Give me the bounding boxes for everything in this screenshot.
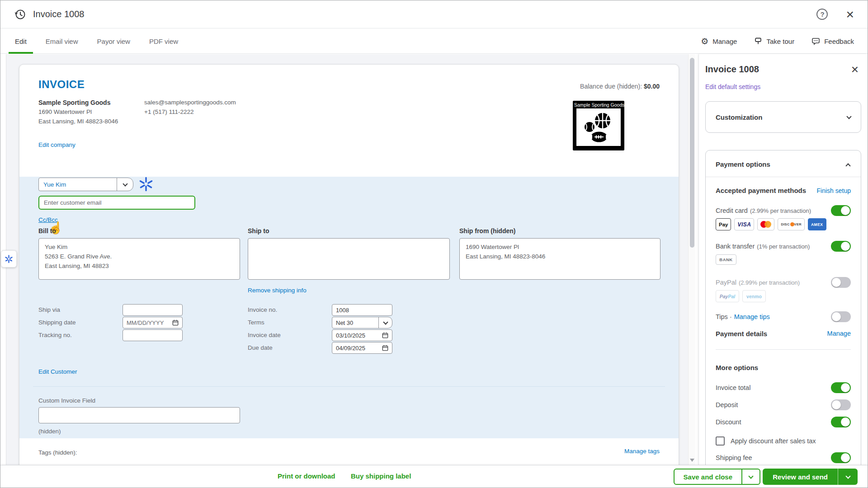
deposit-row: Deposit [716, 399, 851, 411]
edit-customer-link[interactable]: Edit Customer [38, 368, 77, 375]
customer-select-chevron[interactable] [117, 178, 133, 191]
print-or-download-button[interactable]: Print or download [278, 472, 335, 480]
calendar-icon[interactable] [172, 319, 179, 326]
tab-edit[interactable]: Edit [9, 29, 33, 53]
discover-icon: DISCVER [778, 218, 804, 230]
logo-caption: Sample Sporting Goods [574, 102, 623, 108]
tracking-no-label: Tracking no. [38, 332, 72, 338]
discount-row: Discount [716, 416, 851, 428]
gear-icon: ⚙ [701, 37, 708, 46]
customer-email-input[interactable] [38, 196, 195, 210]
discount-after-tax-row: Apply discount after sales tax [716, 435, 851, 447]
bank-transfer-toggle[interactable] [831, 241, 851, 252]
balance-amount: $0.00 [644, 83, 660, 90]
save-options-chevron[interactable] [741, 469, 760, 484]
tab-pdf-view[interactable]: PDF view [143, 29, 184, 53]
invoice-editor-window: Invoice 1008 ? × Edit Email view Payor v… [0, 0, 868, 488]
bill-to-textarea[interactable]: Yue Kim 5263 E. Grand Rive Ave. East Lan… [38, 238, 240, 280]
tab-email-view[interactable]: Email view [39, 29, 85, 53]
save-and-close-button[interactable]: Save and close [674, 469, 760, 485]
company-email: sales@samplesportinggoods.com [144, 99, 236, 106]
tour-signpost-icon [754, 37, 762, 45]
company-logo: Sample Sporting Goods [573, 101, 624, 150]
credit-card-toggle[interactable] [831, 205, 851, 216]
tracking-no-input[interactable] [123, 329, 183, 341]
paypal-icon: PayPal [716, 290, 739, 302]
invoice-canvas: INVOICE Sample Sporting Goods 1690 Water… [6, 54, 688, 465]
deposit-toggle[interactable] [831, 399, 851, 410]
spark-icon[interactable] [138, 177, 154, 194]
manage-tags-link[interactable]: Manage tags [624, 448, 660, 455]
accepted-methods-label: Accepted payment methods [716, 187, 806, 194]
invoice-total-toggle[interactable] [831, 382, 851, 393]
bank-transfer-row: Bank transfer (1% per transaction) [716, 240, 851, 252]
shipping-fee-row: Shipping fee [716, 452, 851, 464]
ship-via-label: Ship via [38, 306, 60, 313]
take-tour-button[interactable]: Take tour [754, 37, 794, 45]
due-date-label: Due date [248, 344, 273, 351]
finish-setup-link[interactable]: Finish setup [817, 187, 851, 194]
paypal-toggle[interactable] [831, 277, 851, 288]
invoice-date-label: Invoice date [248, 332, 281, 338]
terms-select[interactable]: Net 30 [332, 317, 392, 328]
credit-card-row: Credit card (2.99% per transaction) [716, 205, 851, 216]
company-phone: +1 (517) 111-2222 [144, 108, 193, 115]
buy-shipping-label-button[interactable]: Buy shipping label [351, 472, 411, 480]
section-divider [33, 386, 665, 387]
ship-from-textarea[interactable]: 1690 Watertower Pl East Lansing, MI 4882… [459, 238, 660, 280]
scrollbar-down-arrow[interactable] [690, 459, 694, 462]
footer-bar: Print or download Buy shipping label Sav… [0, 465, 868, 488]
custom-invoice-field-input[interactable] [38, 407, 240, 423]
close-icon[interactable]: × [846, 9, 854, 20]
customer-select[interactable]: Yue Kim [38, 178, 133, 191]
sports-balls-icon [576, 108, 621, 146]
help-icon[interactable]: ? [816, 9, 828, 20]
customization-accordion[interactable]: Customization [705, 101, 861, 133]
terms-value: Net 30 [332, 319, 378, 326]
scrollbar-thumb[interactable] [690, 58, 694, 248]
assistant-spark-button[interactable] [1, 250, 17, 267]
feedback-button[interactable]: Feedback [811, 37, 854, 46]
custom-field-hidden-note: (hidden) [38, 428, 61, 435]
settings-sidebar: Invoice 1008 × Edit default settings Cus… [698, 54, 868, 465]
edit-company-link[interactable]: Edit company [38, 141, 75, 148]
main-scrollbar[interactable] [688, 54, 695, 465]
ship-via-input[interactable] [123, 304, 183, 316]
payment-details-row: Payment details Manage [716, 328, 851, 339]
custom-invoice-field-label: Custom Invoice Field [38, 397, 95, 404]
due-date-input[interactable]: 04/09/2025 [332, 342, 392, 354]
invoice-total-row: Invoice total [716, 382, 851, 394]
ship-to-textarea[interactable] [248, 238, 450, 280]
chevron-up-icon[interactable] [845, 163, 850, 168]
history-icon[interactable] [14, 8, 26, 20]
discount-toggle[interactable] [831, 417, 851, 427]
payment-options-header[interactable]: Payment options [716, 160, 770, 168]
page-title: Invoice 1008 [33, 9, 84, 19]
calendar-icon[interactable] [382, 345, 388, 351]
shipping-fee-toggle[interactable] [831, 452, 851, 463]
terms-chevron[interactable] [378, 317, 392, 328]
ship-to-label: Ship to [248, 227, 269, 235]
tips-toggle[interactable] [831, 311, 851, 322]
calendar-icon[interactable] [382, 332, 388, 338]
payment-details-manage-link[interactable]: Manage [827, 330, 851, 337]
review-and-send-button[interactable]: Review and send [763, 469, 858, 485]
amex-icon: AMEX [808, 218, 826, 230]
invoice-no-input[interactable]: 1008 [332, 304, 392, 316]
invoice-date-input[interactable]: 03/10/2025 [332, 329, 392, 341]
company-address-2: East Lansing, MI 48823-8046 [38, 118, 118, 125]
remove-shipping-link[interactable]: Remove shipping info [248, 287, 307, 294]
manage-tips-link[interactable]: Manage tips [734, 313, 770, 320]
apply-discount-checkbox[interactable] [716, 436, 725, 446]
customer-select-value: Yue Kim [39, 181, 117, 188]
sidebar-close-icon[interactable]: × [851, 62, 859, 77]
card-brand-badges: Pay VISA DISCVER AMEX [716, 218, 826, 230]
top-bar: Invoice 1008 ? × [0, 0, 868, 28]
edit-default-settings-link[interactable]: Edit default settings [705, 83, 760, 90]
divider [716, 349, 851, 350]
send-options-chevron[interactable] [838, 469, 858, 485]
shipping-date-input[interactable]: MM/DD/YYYY [123, 317, 183, 328]
tab-payor-view[interactable]: Payor view [91, 29, 137, 53]
main-area: INVOICE Sample Sporting Goods 1690 Water… [0, 54, 868, 465]
manage-button[interactable]: ⚙ Manage [701, 37, 737, 46]
